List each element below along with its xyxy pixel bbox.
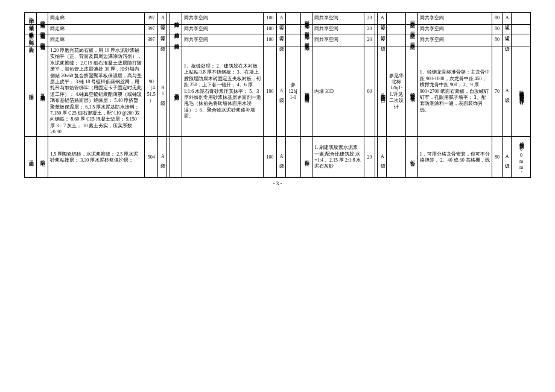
cell: A级 — [503, 34, 512, 46]
table-row: 配电间、热表间防滑地砖地面同走廊397A级地砖踢脚同共享空间100A级耐擦洗乳胶… — [25, 34, 531, 46]
cell: 防滑地砖地面 — [36, 25, 48, 34]
cell — [387, 25, 406, 34]
cell — [285, 137, 300, 178]
cell: 防火穿孔吸引纸面石膏板详见二次设计 — [511, 46, 530, 137]
cell: B1级 — [158, 46, 167, 137]
cell: 碳素木质装饰吸声板墙面 — [300, 46, 312, 137]
cell: 397 — [145, 34, 158, 46]
cell: 100 — [264, 13, 277, 25]
cell: 1，可用分格龙骨安装，也可不分格担装， 2、40 或 60 高格栅，线 — [417, 137, 492, 178]
page-number: - 3 - — [24, 180, 531, 186]
cell: 同共享空间 — [312, 25, 364, 34]
cell: 釉面砖 — [300, 137, 312, 178]
cell — [511, 34, 530, 46]
cell: 100 — [264, 25, 277, 34]
cell: 397 — [145, 25, 158, 34]
cell: 同共享空间 — [182, 34, 263, 46]
cell: 地砖踢脚 — [170, 25, 182, 34]
cell: 70 — [492, 46, 502, 137]
cell — [285, 13, 300, 25]
cell: 1. 刷建筑胶素水泥浆一遍,配合比建筑胶:水=1:4， 2.15 厚 2:1:8… — [312, 137, 364, 178]
spec-table: 物品库、储藏室防滑地砖地面同走廊397A级地砖踢脚同共享空间100A级耐擦洗乳胶… — [24, 12, 531, 178]
cell: 同共享空间 — [312, 13, 364, 25]
cell: 耐擦洗乳胶漆 — [300, 34, 312, 46]
cell: 504 — [145, 137, 158, 178]
cell — [387, 137, 406, 178]
cell: A级 — [378, 25, 387, 34]
cell — [182, 137, 263, 178]
cell: 多媒体教室 — [25, 25, 37, 34]
cell: 格栅高度 60mm， — [511, 137, 530, 178]
cell — [285, 25, 300, 34]
cell: 100 — [264, 137, 277, 178]
cell: 397 — [145, 13, 158, 25]
cell: 20 — [364, 13, 375, 25]
cell: 20 — [364, 137, 375, 178]
cell: 1.5 厚陶瓷锦砖，水泥浆擦缝； 2.5 厚水泥砂浆粘接层； 3.30 厚水泥砂… — [48, 137, 145, 178]
table-row: 多媒体教室防滑地砖地面同走廊397A级地砖踢脚同共享空间100A级耐擦洗乳胶漆同… — [25, 25, 531, 34]
cell: 参 12bj1-1 — [285, 46, 300, 137]
cell: A级 — [277, 13, 286, 25]
cell: 防滑地砖地面 — [36, 34, 48, 46]
cell: A级 — [378, 13, 387, 25]
cell: 配电间、热表间 — [25, 34, 37, 46]
cell: 1.20 厚磨光花岗石板，用 10 厚水泥砂浆铺实拍平（正、背面及四周边满涂防污… — [48, 46, 145, 137]
cell: 90（451.5） — [145, 46, 158, 137]
cell: 100 — [264, 46, 277, 137]
cell: A级 — [158, 137, 167, 178]
cell: 同共享空间 — [182, 25, 263, 34]
cell: 卫生间 — [25, 137, 37, 178]
cell: 60 — [364, 46, 375, 137]
cell: 同共享空间 — [417, 25, 492, 34]
cell: A级 — [277, 34, 286, 46]
cell: A级 — [277, 137, 286, 178]
cell: 20 — [364, 34, 375, 46]
table-row: 卫生间防滑地1.5 厚陶瓷锦砖，水泥浆擦缝； 2.5 厚水泥砂浆粘接层； 3.3… — [25, 137, 531, 178]
cell: 复合木地板地面 — [36, 46, 48, 137]
cell — [285, 34, 300, 46]
table-row: 报告厅复合木地板地面1.20 厚磨光花岗石板，用 10 厚水泥砂浆铺实拍平（正、… — [25, 46, 531, 137]
cell — [387, 13, 406, 25]
cell: 20 — [364, 25, 375, 34]
cell: 铝合金 — [406, 137, 418, 178]
cell: 80 — [492, 13, 502, 25]
cell: 防滑地砖地面 — [36, 13, 48, 25]
cell: 同共享空间 — [406, 25, 418, 34]
cell: 报告厅 — [25, 46, 37, 137]
cell: A级 — [378, 137, 387, 178]
cell: 地砖踢脚 — [170, 34, 182, 46]
cell: 不锈钢踢脚 — [170, 46, 182, 137]
cell: 见生产厂测试报告 — [378, 46, 387, 137]
cell: 轻钢龙骨石膏板吊顶 — [406, 46, 418, 137]
cell — [387, 34, 406, 46]
cell: A级 — [277, 25, 286, 34]
cell: 耐擦洗乳胶漆 — [300, 13, 312, 25]
cell: 同共享空间 — [417, 34, 492, 46]
cell: A级 — [503, 137, 512, 178]
cell: 同走廊 — [48, 34, 145, 46]
cell: 防滑地 — [36, 137, 48, 178]
cell: 同共享空间 — [312, 34, 364, 46]
cell: 1、板缝处理； 2、建筑胶在木衬板上粘贴 0.8 厚不锈钢板； 3、在墙上膛预埋… — [182, 46, 263, 137]
cell: A级 — [378, 34, 387, 46]
cell: 1、轻钢龙骨标准骨架：主龙骨中距 900-1000，次龙骨中距 450，横撑龙骨… — [417, 46, 492, 137]
cell: 内墙 31D — [312, 46, 364, 137]
cell: 耐擦洗乳胶漆 — [300, 25, 312, 34]
cell: 同共享空间 — [406, 13, 418, 25]
cell: A级 — [503, 13, 512, 25]
cell: A级 — [503, 46, 512, 137]
cell — [511, 13, 530, 25]
cell — [170, 137, 182, 178]
table-row: 物品库、储藏室防滑地砖地面同走廊397A级地砖踢脚同共享空间100A级耐擦洗乳胶… — [25, 13, 531, 25]
cell: 80 — [492, 137, 502, 178]
cell: A级 — [277, 46, 286, 137]
cell: 同共享空间 — [406, 34, 418, 46]
cell: 同走廊 — [48, 25, 145, 34]
cell: 100 — [264, 34, 277, 46]
cell: 物品库、储藏室 — [25, 13, 37, 25]
cell: 参见华北标 12bj1-1.详见二次设计 — [387, 46, 406, 137]
cell: A级 — [158, 34, 167, 46]
cell: 80 — [492, 25, 502, 34]
cell: A级 — [158, 13, 167, 25]
cell: 同共享空间 — [417, 13, 492, 25]
